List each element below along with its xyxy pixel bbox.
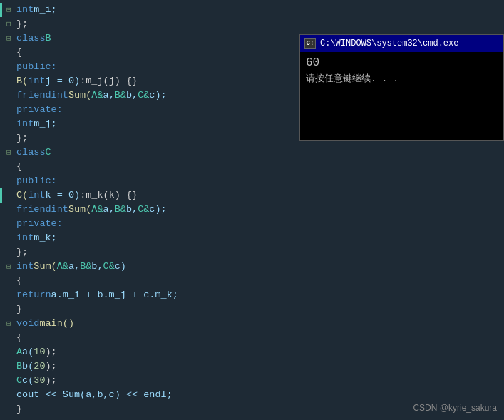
code-line: friend int Sum(A& a,B& b,C& c); [0,88,296,103]
code-line: ⊟class C [0,145,296,160]
code-line: { [0,160,296,174]
code-line: cout << Sum(a,b,c) << endl; [0,388,296,402]
code-line: ⊟ int m_i; [0,3,296,17]
code-line: ⊟void main() [0,317,296,331]
code-line: }; [0,245,296,260]
cmd-output-number: 60 [306,56,498,69]
code-line: int m_k; [0,231,296,245]
code-line: friend int Sum(A& a,B& b,C& c); [0,203,296,217]
cmd-body: 60 请按任意键继续. . . [300,52,503,89]
code-line: public: [0,60,296,74]
collapse-icon[interactable]: ⊟ [6,31,16,46]
code-line: } [0,402,296,416]
code-line: private: [0,217,296,231]
code-lines: ⊟ int m_i;⊟};⊟class B{public:B(int j = 0… [0,0,296,419]
code-line: return a.m_i + b.m_j + c.m_k; [0,288,296,302]
cmd-window: C: C:\WINDOWS\system32\cmd.exe 60 请按任意键继… [299,34,504,141]
collapse-icon[interactable]: ⊟ [6,145,16,160]
code-line: }; [0,131,296,145]
code-line: { [0,46,296,60]
cmd-icon: C: [304,38,316,49]
code-line: C(int k = 0):m_k(k) {} [0,188,296,203]
code-line: B b(20); [0,359,296,374]
code-line: C c(30); [0,374,296,388]
watermark: CSDN @kyrie_sakura [413,403,497,413]
cmd-title: C:\WINDOWS\system32\cmd.exe [320,39,458,48]
code-line: B(int j = 0):m_j(j) {} [0,74,296,88]
code-line: ⊟int Sum(A& a,B& b,C& c) [0,260,296,274]
code-line: A a(10); [0,345,296,359]
cmd-prompt-text: 请按任意键继续. . . [306,72,498,85]
code-line: { [0,274,296,288]
code-line: private: [0,103,296,117]
collapse-icon[interactable]: ⊟ [6,317,16,331]
code-line: ⊟class B [0,31,296,46]
code-line: } [0,302,296,317]
collapse-icon[interactable]: ⊟ [6,17,16,31]
code-line: public: [0,174,296,188]
code-editor: ⊟ int m_i;⊟};⊟class B{public:B(int j = 0… [0,0,296,420]
code-line: { [0,331,296,345]
collapse-icon[interactable]: ⊟ [6,3,16,17]
cmd-titlebar: C: C:\WINDOWS\system32\cmd.exe [300,35,503,52]
collapse-icon[interactable]: ⊟ [6,260,16,274]
code-line: int m_j; [0,117,296,131]
code-line: ⊟}; [0,17,296,31]
